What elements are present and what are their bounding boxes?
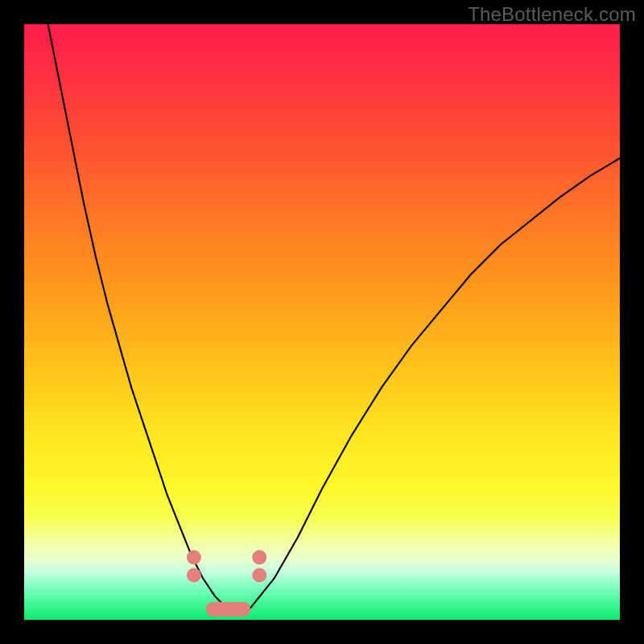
marker-bottom-bar	[206, 602, 251, 617]
chart-svg	[24, 24, 620, 620]
marker-right-top	[252, 550, 266, 564]
marker-left-top	[187, 550, 201, 564]
chart-container: TheBottleneck.com	[0, 0, 644, 644]
data-markers	[187, 550, 266, 616]
marker-left-bottom	[187, 568, 201, 583]
watermark: TheBottleneck.com	[468, 3, 636, 26]
plot-area	[24, 24, 620, 620]
bottleneck-curve	[48, 24, 620, 613]
marker-right-bottom	[252, 568, 266, 583]
